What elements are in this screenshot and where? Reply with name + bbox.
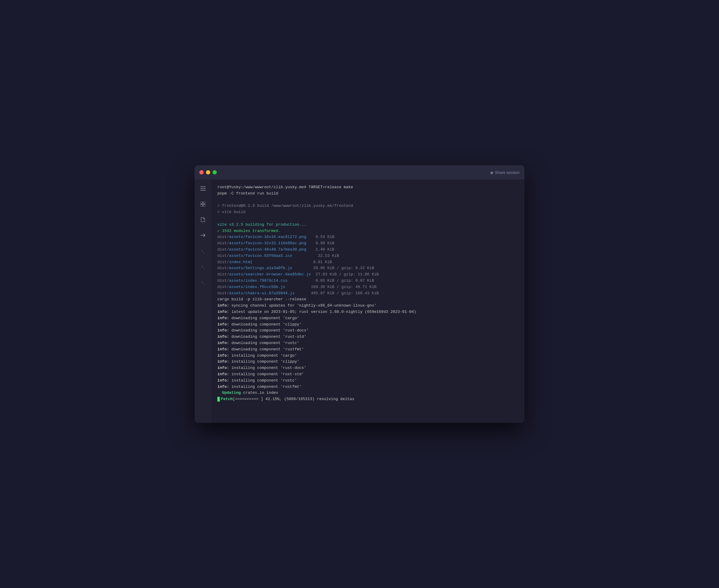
file-icon[interactable] [199, 215, 207, 224]
terminal-line: > vite build [218, 209, 518, 215]
maximize-button[interactable] [212, 170, 217, 174]
terminal-line: info: installing component 'rust-std' [218, 371, 518, 378]
terminal-line: dist/assets/index.79876c14.css 0.05 KiB … [218, 278, 518, 284]
svg-rect-5 [201, 204, 203, 207]
terminal-line: dist/assets/chakra-ui.07a20044.js 485.87… [218, 290, 518, 297]
svg-rect-0 [200, 186, 206, 187]
share-icon: ◉ [490, 170, 493, 174]
terminal-line: dist/assets/favicon-32x32.116e60ac.png 0… [218, 240, 518, 247]
terminal-line: dist/assets/index.f6ccc56b.js 169.30 KiB… [218, 284, 518, 290]
terminal-line: dist/assets/favicon-16x16.eac61272.png 0… [218, 234, 518, 240]
svg-rect-6 [203, 204, 205, 207]
terminal-line: pnpm -C frontend run build [218, 191, 518, 197]
terminal-line: info: installing component 'cargo' [218, 353, 518, 359]
terminal-line: info: downloading component 'rust-docs' [218, 328, 518, 334]
svg-rect-4 [203, 202, 205, 204]
terminal-line: ✓ 1542 modules transformed. [218, 228, 518, 234]
terminal-active-line: Fetch [=========> ] 42.15%, (5089/105313… [218, 396, 518, 402]
terminal-line: info: downloading component 'cargo' [218, 315, 518, 321]
terminal-line: info: installing component 'rust-docs' [218, 365, 518, 371]
terminal-line: root@Yusky:/www/wwwroot/zlib.yusky.me# T… [218, 184, 518, 191]
terminal-line: info: downloading component 'rustfmt' [218, 346, 518, 353]
terminal-icon-3[interactable]: ›_ [199, 278, 207, 286]
sidebar: ›_ ›_ ›_ [194, 180, 211, 423]
terminal-line: vite v3.2.5 building for production... [218, 222, 518, 228]
svg-rect-1 [200, 188, 206, 189]
terminal-icon-2[interactable]: ›_ [199, 262, 207, 271]
terminal-line: > frontend@0.1.0 build /www/wwwroot/zlib… [218, 203, 518, 209]
traffic-lights [199, 170, 217, 174]
svg-rect-2 [200, 190, 206, 191]
grid-icon[interactable] [199, 200, 207, 208]
terminal-line: info: installing component 'rustfmt' [218, 384, 518, 390]
terminal-icon-1[interactable]: ›_ [199, 247, 207, 255]
terminal-line: info: latest update on 2023-01-05; rust … [218, 309, 518, 315]
terminal-line: cargo build -p zlib-searcher --release [218, 296, 518, 303]
arrow-right-icon[interactable] [199, 231, 207, 239]
main-content: ›_ ›_ ›_ root@Yusky:/www/wwwroot/zlib.yu… [194, 180, 525, 423]
terminal-line: dist/index.html 0.81 KiB [218, 259, 518, 266]
terminal-line: dist/assets/favicon.03f0daa5.ico 32.53 K… [218, 253, 518, 259]
close-button[interactable] [199, 170, 204, 174]
terminal-line: info: syncing channel updates for 'night… [218, 303, 518, 309]
terminal-line: Updating crates.io index [218, 390, 518, 396]
hamburger-menu-icon[interactable] [199, 184, 207, 193]
share-session-button[interactable]: ◉ Share session [490, 170, 520, 175]
terminal-line: info: downloading component 'rustc' [218, 340, 518, 346]
terminal-line [218, 215, 518, 222]
minimize-button[interactable] [206, 170, 210, 174]
terminal-line: dist/assets/favicon-48x48.7a7bea30.png 1… [218, 247, 518, 253]
cursor-block [218, 397, 220, 402]
terminal-line: info: installing component 'clippy' [218, 359, 518, 365]
terminal-line [218, 197, 518, 203]
terminal-window: ◉ Share session [194, 165, 525, 423]
terminal-line: info: downloading component 'rust-std' [218, 334, 518, 340]
svg-rect-3 [201, 202, 203, 204]
terminal-line: info: downloading component 'clippy' [218, 321, 518, 328]
titlebar: ◉ Share session [194, 165, 525, 180]
terminal-output[interactable]: root@Yusky:/www/wwwroot/zlib.yusky.me# T… [211, 180, 525, 423]
terminal-line: info: installing component 'rustc' [218, 378, 518, 384]
terminal-line: dist/assets/Settings.a1a3a0fb.js 20.96 K… [218, 265, 518, 272]
share-session-label: Share session [495, 170, 520, 175]
terminal-line: dist/assets/searcher-browser.6ea95dbc.js… [218, 272, 518, 278]
